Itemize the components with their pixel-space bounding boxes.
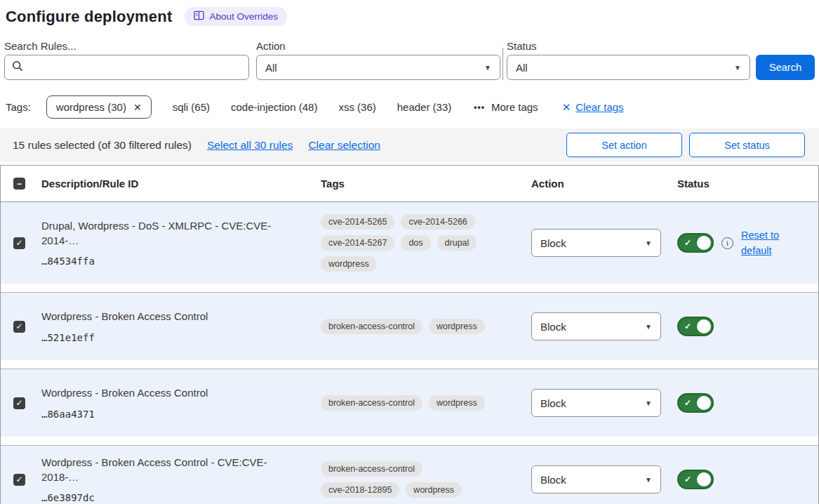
status-filter-field: Status All ▼ [503,40,750,80]
select-all-checkbox[interactable]: − [13,178,25,190]
selected-tag-wordpress[interactable]: wordpress (30) ✕ [46,95,152,119]
column-tags: Tags [315,178,526,190]
rule-action-select[interactable]: Block ▼ [531,312,661,340]
rule-tags: broken-access-controlwordpress [315,319,499,334]
rule-status-toggle[interactable]: ✓ [677,393,714,413]
set-status-button[interactable]: Set status [689,133,805,157]
column-action: Action [526,178,672,190]
check-icon: ✓ [15,475,22,484]
minus-icon: − [17,179,22,189]
selection-bar: 15 rules selected (of 30 filtered rules)… [0,128,819,161]
about-overrides-badge[interactable]: About Overrides [185,7,287,26]
check-icon: ✓ [684,238,691,248]
search-icon [12,60,23,74]
row-checkbox[interactable]: ✓ [13,397,25,409]
rule-tags: cve-2014-5265cve-2014-5266cve-2014-5267d… [315,214,499,272]
table-header: − Description/Rule ID Tags Action Status [1,166,818,202]
rule-action-value: Block [540,474,566,486]
close-icon: ✕ [562,101,571,114]
more-tags-button[interactable]: ••• More tags [474,101,538,113]
rule-tags: broken-access-controlwordpress [315,395,499,411]
page-title: Configure deployment [6,8,172,26]
action-filter-field: Action All ▼ [249,40,500,80]
rule-tags: broken-access-controlcve-2018-12895wordp… [315,461,499,498]
row-checkbox[interactable]: ✓ [13,237,25,249]
tag-pill: broken-access-control [321,395,422,411]
rule-action-value: Block [540,237,566,249]
rule-description: Wordpress - Broken Access Control [41,386,301,400]
chevron-down-icon: ▼ [734,64,741,72]
reset-to-default-link[interactable]: Reset to default [741,227,786,259]
column-status: Status [672,178,818,190]
check-icon: ✓ [15,321,22,331]
tag-pill: wordpress [429,319,485,334]
toggle-knob [697,236,711,250]
selection-summary: 15 rules selected (of 30 filtered rules) [13,139,192,152]
rule-action-select[interactable]: Block ▼ [531,389,661,417]
chevron-down-icon: ▼ [645,476,652,484]
info-icon: i [721,237,733,249]
tag-pill: wordpress [406,482,462,498]
tag-filter-code-injection[interactable]: code-injection (48) [231,101,317,113]
search-rules-label: Search Rules... [4,40,249,52]
rule-action-select[interactable]: Block ▼ [531,465,661,493]
tag-pill: broken-access-control [321,319,422,334]
chevron-down-icon: ▼ [645,239,652,247]
rule-action-value: Block [540,321,566,333]
chevron-down-icon: ▼ [645,323,652,331]
close-icon[interactable]: ✕ [133,102,142,113]
clear-tags-link[interactable]: ✕ Clear tags [562,101,624,114]
rule-description: Drupal, Wordpress - DoS - XMLRPC - CVE:C… [41,219,301,248]
tag-pill: dos [401,235,430,251]
select-all-rules-link[interactable]: Select all 30 rules [207,139,293,152]
action-filter-label: Action [256,40,500,52]
tags-label: Tags: [6,101,31,113]
rule-id: …86aa4371 [41,409,301,420]
tag-filter-xss[interactable]: xss (36) [338,101,375,113]
tag-pill: broken-access-control [321,461,422,477]
tag-pill: cve-2018-12895 [321,482,399,498]
check-icon: ✓ [15,398,22,408]
tag-filter-sqli[interactable]: sqli (65) [173,101,210,113]
rule-id: …84534ffa [41,256,301,267]
search-rules-input[interactable] [29,62,241,73]
tag-pill: cve-2014-5266 [401,214,474,230]
tag-pill: drupal [437,235,477,251]
tag-pill: wordpress [321,256,377,272]
status-filter-value: All [516,62,528,74]
tags-bar: Tags: wordpress (30) ✕ sqli (65) code-in… [0,80,819,119]
status-filter-label: Status [507,40,750,52]
rules-table: − Description/Rule ID Tags Action Status… [0,165,819,504]
table-row: ✓ Drupal, Wordpress - DoS - XMLRPC - CVE… [1,202,818,284]
clear-selection-link[interactable]: Clear selection [308,139,380,152]
tag-pill: cve-2014-5267 [321,235,394,251]
rule-description: Wordpress - Broken Access Control - CVE:… [41,456,301,484]
rule-status-toggle[interactable]: ✓ [677,317,714,336]
table-row: ✓ Wordpress - Broken Access Control - CV… [1,445,818,504]
rule-action-select[interactable]: Block ▼ [531,229,661,257]
table-row: ✓ Wordpress - Broken Access Control …86a… [1,369,818,437]
clear-tags-label: Clear tags [575,101,623,113]
check-icon: ✓ [684,475,691,484]
row-checkbox[interactable]: ✓ [13,321,25,333]
check-icon: ✓ [684,398,691,408]
rule-id: …6e3897dc [41,492,301,503]
action-filter-select[interactable]: All ▼ [256,55,500,80]
rule-description: Wordpress - Broken Access Control [41,310,301,324]
set-action-button[interactable]: Set action [566,133,682,157]
rule-status-toggle[interactable]: ✓ [677,233,714,253]
status-filter-select[interactable]: All ▼ [507,55,750,80]
rule-id: …521e1eff [41,332,301,343]
filter-bar: Search Rules... Action All ▼ Status All … [0,26,819,80]
search-button[interactable]: Search [756,55,815,80]
book-icon [194,11,204,22]
search-box [4,55,249,80]
tag-pill: wordpress [429,395,485,411]
row-checkbox[interactable]: ✓ [13,474,25,486]
about-overrides-label: About Overrides [209,11,278,22]
rule-status-toggle[interactable]: ✓ [677,470,714,489]
more-tags-label: More tags [491,101,538,113]
toggle-knob [697,396,711,410]
chevron-down-icon: ▼ [484,64,491,72]
tag-filter-header[interactable]: header (33) [397,101,452,113]
